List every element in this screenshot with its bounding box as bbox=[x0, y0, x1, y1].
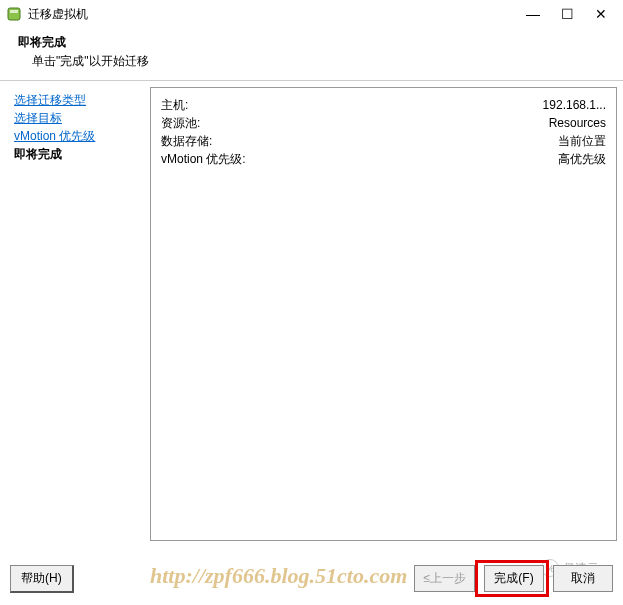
summary-panel: 主机: 192.168.1... 资源池: Resources 数据存储: 当前… bbox=[150, 87, 617, 541]
summary-label-resource-pool: 资源池: bbox=[161, 114, 200, 132]
wizard-steps-sidebar: 选择迁移类型 选择目标 vMotion 优先级 即将完成 bbox=[0, 81, 150, 547]
sidebar-item-vmotion-priority[interactable]: vMotion 优先级 bbox=[14, 127, 144, 145]
sidebar-item-ready-complete: 即将完成 bbox=[14, 145, 144, 163]
wizard-header: 即将完成 单击"完成"以开始迁移 bbox=[0, 28, 623, 81]
summary-value-resource-pool: Resources bbox=[549, 114, 606, 132]
summary-value-datastore: 当前位置 bbox=[558, 132, 606, 150]
wizard-footer: 帮助(H) ≤上一步 完成(F) 取消 bbox=[0, 560, 623, 597]
page-title: 即将完成 bbox=[18, 34, 611, 51]
sidebar-item-migration-type[interactable]: 选择迁移类型 bbox=[14, 91, 144, 109]
summary-row: 主机: 192.168.1... bbox=[161, 96, 606, 114]
window-title: 迁移虚拟机 bbox=[28, 6, 525, 23]
summary-label-host: 主机: bbox=[161, 96, 188, 114]
window-controls: — ☐ ✕ bbox=[525, 6, 617, 22]
svg-rect-0 bbox=[8, 8, 20, 20]
finish-button[interactable]: 完成(F) bbox=[484, 565, 544, 592]
highlight-box: 完成(F) bbox=[475, 560, 549, 597]
sidebar-item-select-target[interactable]: 选择目标 bbox=[14, 109, 144, 127]
summary-value-host: 192.168.1... bbox=[543, 96, 606, 114]
maximize-button[interactable]: ☐ bbox=[559, 6, 575, 22]
summary-value-vmotion-priority: 高优先级 bbox=[558, 150, 606, 168]
close-button[interactable]: ✕ bbox=[593, 6, 609, 22]
summary-label-datastore: 数据存储: bbox=[161, 132, 212, 150]
minimize-button[interactable]: — bbox=[525, 6, 541, 22]
summary-row: 资源池: Resources bbox=[161, 114, 606, 132]
summary-row: 数据存储: 当前位置 bbox=[161, 132, 606, 150]
summary-label-vmotion-priority: vMotion 优先级: bbox=[161, 150, 246, 168]
summary-row: vMotion 优先级: 高优先级 bbox=[161, 150, 606, 168]
svg-rect-1 bbox=[10, 10, 18, 13]
cancel-button[interactable]: 取消 bbox=[553, 565, 613, 592]
help-button[interactable]: 帮助(H) bbox=[10, 565, 74, 593]
main-area: 选择迁移类型 选择目标 vMotion 优先级 即将完成 主机: 192.168… bbox=[0, 81, 623, 547]
back-button[interactable]: ≤上一步 bbox=[414, 565, 475, 592]
app-icon bbox=[6, 6, 22, 22]
page-subtitle: 单击"完成"以开始迁移 bbox=[18, 53, 611, 70]
titlebar: 迁移虚拟机 — ☐ ✕ bbox=[0, 0, 623, 28]
